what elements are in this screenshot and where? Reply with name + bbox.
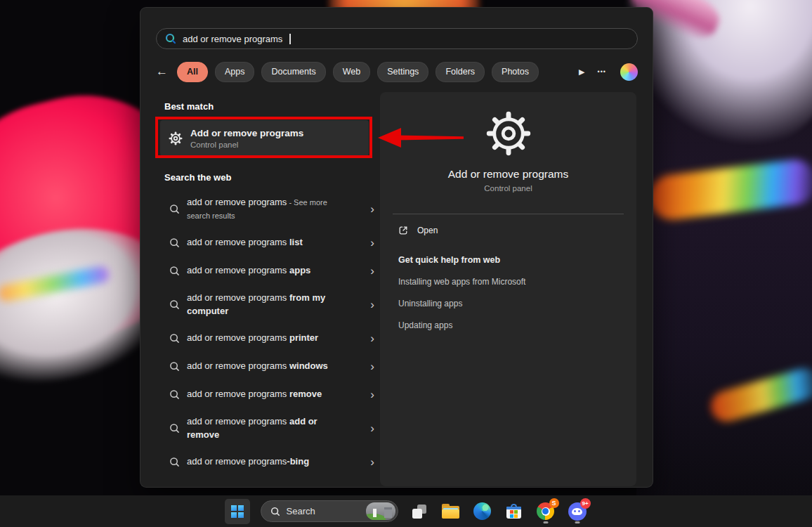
filter-tab-documents[interactable]: Documents: [261, 62, 325, 82]
filter-tab-photos[interactable]: Photos: [492, 62, 539, 82]
chevron-right-icon: ›: [370, 332, 374, 344]
best-match-result[interactable]: Add or remove programs Control panel: [160, 120, 369, 156]
suggestion-text: add or remove programs: [187, 197, 287, 207]
edge-icon: [473, 502, 491, 520]
file-explorer-button[interactable]: [440, 499, 461, 524]
chrome-button[interactable]: S: [535, 499, 556, 524]
detail-subtitle: Control panel: [484, 184, 532, 193]
chevron-right-icon: ›: [370, 422, 374, 434]
quick-help-header: Get quick help from web: [398, 255, 500, 265]
suggestion-text: add or remove programs: [187, 416, 287, 427]
chevron-right-icon: ›: [370, 360, 374, 372]
chrome-profile-badge: S: [549, 498, 559, 508]
more-filters-icon[interactable]: ▶: [576, 67, 587, 77]
search-icon: [169, 266, 180, 276]
filter-tab-settings[interactable]: Settings: [377, 62, 428, 82]
open-button[interactable]: Open: [398, 226, 438, 235]
detail-panel: Add or remove programs Control panel Ope…: [380, 92, 636, 486]
web-suggestion-8[interactable]: add or remove programs add or remove ›: [155, 408, 381, 448]
search-filter-row: ← All Apps Documents Web Settings Folder…: [156, 61, 638, 82]
web-suggestion-3[interactable]: add or remove programs apps ›: [155, 256, 381, 285]
filter-tab-apps[interactable]: Apps: [215, 62, 255, 82]
edge-button[interactable]: [472, 499, 493, 524]
suggestion-text: add or remove programs: [187, 389, 287, 399]
search-icon: [169, 457, 180, 467]
microsoft-store-icon: [506, 504, 522, 519]
open-external-icon: [398, 226, 408, 235]
help-link-uninstalling[interactable]: Uninstalling apps: [398, 299, 462, 308]
microsoft-store-button[interactable]: [504, 499, 525, 524]
taskbar-search-label: Search: [287, 506, 360, 516]
help-link-updating[interactable]: Updating apps: [398, 320, 452, 330]
taskbar: Search S 9+: [0, 495, 812, 527]
detail-title: Add or remove programs: [448, 168, 568, 181]
filter-tab-web[interactable]: Web: [333, 62, 370, 82]
settings-gear-icon-large: [485, 110, 532, 157]
running-indicator: [543, 521, 548, 523]
best-match-title: Add or remove programs: [190, 127, 303, 140]
chevron-right-icon: ›: [370, 456, 374, 468]
discord-button[interactable]: 9+: [567, 499, 588, 524]
desktop-screen: add or remove programs ← All Apps Docume…: [0, 0, 812, 527]
suggestion-text: add or remove programs: [187, 456, 287, 467]
suggestion-text: add or remove programs: [187, 332, 287, 343]
divider: [393, 214, 624, 214]
filter-tab-all[interactable]: All: [177, 62, 208, 82]
options-ellipsis-icon[interactable]: •••: [595, 68, 609, 75]
web-suggestion-7[interactable]: add or remove programs remove ›: [155, 380, 381, 408]
suggestion-text: add or remove programs: [187, 265, 287, 275]
search-web-header: Search the web: [164, 172, 231, 183]
search-icon: [169, 204, 180, 214]
search-icon: [169, 299, 180, 310]
search-icon: [169, 361, 180, 372]
chevron-right-icon: ›: [370, 299, 374, 311]
web-suggestion-list: add or remove programs - See more search…: [155, 189, 381, 476]
help-link-installing[interactable]: Installing web apps from Microsoft: [398, 277, 525, 287]
file-explorer-icon: [442, 504, 459, 519]
search-input[interactable]: add or remove programs: [156, 28, 638, 49]
search-highlight-image: [366, 502, 395, 520]
chevron-right-icon: ›: [370, 265, 374, 277]
windows-search-flyout: add or remove programs ← All Apps Docume…: [140, 7, 653, 488]
web-suggestion-4[interactable]: add or remove programs from my computer …: [155, 285, 381, 324]
running-indicator: [575, 521, 579, 523]
task-view-button[interactable]: [409, 499, 430, 524]
search-icon: [169, 333, 180, 344]
task-view-icon: [412, 505, 426, 519]
start-button[interactable]: [225, 499, 250, 524]
search-icon: [169, 423, 180, 434]
taskbar-search-box[interactable]: Search: [261, 500, 398, 522]
web-suggestion-2[interactable]: add or remove programs list ›: [155, 228, 381, 256]
chevron-right-icon: ›: [370, 203, 374, 215]
settings-gear-icon: [169, 131, 183, 145]
suggestion-text: add or remove programs: [187, 237, 287, 247]
windows-logo-icon: [231, 505, 244, 518]
discord-notification-badge: 9+: [580, 498, 591, 509]
chevron-right-icon: ›: [370, 237, 374, 249]
open-label: Open: [417, 226, 438, 235]
search-query-text: add or remove programs: [183, 34, 282, 44]
text-caret: [289, 34, 291, 44]
copilot-icon[interactable]: [620, 63, 638, 81]
web-suggestion-5[interactable]: add or remove programs printer ›: [155, 324, 381, 352]
search-icon: [270, 507, 280, 516]
web-suggestion-6[interactable]: add or remove programs windows ›: [155, 352, 381, 380]
search-icon: [169, 238, 180, 248]
web-suggestion-9[interactable]: add or remove programs-bing ›: [155, 448, 381, 476]
filter-tab-folders[interactable]: Folders: [436, 62, 485, 82]
back-arrow-icon[interactable]: ←: [156, 65, 168, 79]
search-icon: [165, 33, 176, 44]
suggestion-text: add or remove programs: [187, 292, 287, 303]
best-match-header: Best match: [164, 101, 214, 112]
suggestion-text: add or remove programs: [187, 360, 287, 371]
search-icon: [169, 389, 180, 400]
web-suggestion-1[interactable]: add or remove programs - See more search…: [155, 189, 381, 228]
chevron-right-icon: ›: [370, 389, 374, 401]
best-match-subtitle: Control panel: [190, 141, 303, 149]
